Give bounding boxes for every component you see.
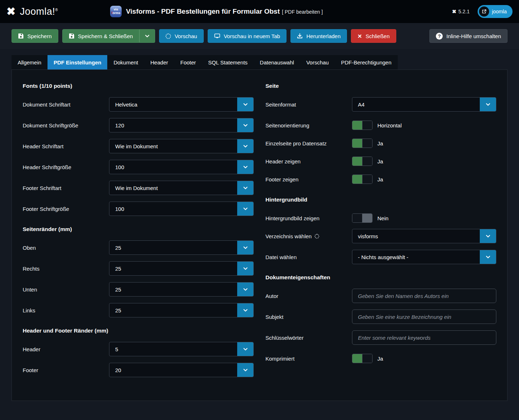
field-seitenorientierung: Seitenorientierung Horizontal	[266, 118, 497, 132]
tab-allgemein[interactable]: Allgemein	[12, 55, 48, 69]
chevron-down-icon	[480, 97, 496, 112]
subjekt-input[interactable]	[352, 310, 497, 324]
tab-dokument[interactable]: Dokument	[107, 55, 144, 69]
schluesselwoerter-input[interactable]	[352, 330, 497, 345]
header-zeigen-toggle[interactable]	[352, 157, 373, 166]
save-options-dropdown-toggle[interactable]	[139, 29, 155, 43]
fonts-heading: Fonts (1/10 points)	[23, 83, 254, 89]
chevron-down-icon	[237, 181, 254, 195]
header-schriftart-select[interactable]: Wie im Dokument	[109, 139, 254, 153]
preview-new-tab-button[interactable]: Vorschau in neuem Tab	[208, 29, 287, 43]
joomla-version: ✖ 5.2.1	[452, 9, 470, 14]
save-close-split-button: Speichern & Schließen	[62, 29, 155, 43]
autor-input[interactable]	[352, 289, 497, 303]
save-close-button[interactable]: Speichern & Schließen	[62, 29, 140, 43]
dokument-schriftart-select[interactable]: Helvetica	[109, 97, 254, 112]
page-title-suffix: [ PDF bearbeiten ]	[282, 9, 323, 15]
field-komprimiert: Komprimiert Ja	[266, 351, 497, 366]
field-links: Links 25	[23, 303, 254, 317]
seitenformat-select[interactable]: A4	[352, 97, 497, 112]
tab-header[interactable]: Header	[144, 55, 174, 69]
toggle-state-label: Ja	[378, 140, 383, 146]
background-heading: Hintergrundbild	[266, 197, 497, 203]
page-title: Visforms - PDF Bestellungen für Formular…	[126, 8, 323, 15]
page-title-group: vis forms Visforms - PDF Bestellungen fü…	[110, 6, 452, 17]
save-icon	[69, 33, 75, 39]
margins-heading: Seitenränder (mm)	[23, 226, 254, 232]
datei-select[interactable]: - Nichts ausgewählt -	[352, 250, 497, 264]
field-oben: Oben 25	[23, 240, 254, 255]
field-header-schriftart: Header Schriftart Wie im Dokument	[23, 139, 254, 153]
field-dokument-schriftgroesse: Dokument Schriftgröße 120	[23, 118, 254, 132]
external-link-icon	[479, 6, 489, 17]
joomla-logo-icon: ✖	[6, 6, 15, 17]
footer-zeigen-toggle[interactable]	[352, 175, 373, 184]
display-icon	[214, 33, 220, 39]
seitenorientierung-toggle[interactable]	[352, 121, 373, 130]
chevron-down-icon	[480, 229, 496, 243]
einzelseite-toggle[interactable]	[352, 139, 373, 148]
inline-help-toggle-button[interactable]: ? Inline-Hilfe umschalten	[429, 29, 507, 43]
header-rand-select[interactable]: 5	[109, 342, 254, 356]
chevron-down-icon	[237, 363, 254, 377]
footer-schriftart-select[interactable]: Wie im Dokument	[109, 181, 254, 195]
tab-footer[interactable]: Footer	[174, 55, 202, 69]
top-bar: ✖ Joomla!® vis forms Visforms - PDF Best…	[0, 0, 519, 23]
close-icon: ✕	[357, 33, 362, 39]
tab-pdf-berechtigungen[interactable]: PDF-Berechtigungen	[335, 55, 397, 69]
chevron-down-icon	[144, 33, 150, 39]
links-select[interactable]: 25	[109, 303, 254, 317]
joomla-account-button[interactable]: joomla	[478, 5, 513, 18]
header-footer-margins-heading: Header und Footer Ränder (mm)	[23, 328, 254, 334]
tab-vorschau[interactable]: Vorschau	[300, 55, 335, 69]
question-icon: ?	[436, 33, 443, 40]
chevron-down-icon	[237, 240, 254, 255]
field-autor: Autor	[266, 289, 497, 303]
chevron-down-icon	[237, 118, 254, 132]
right-column: Seite Seitenformat A4 Seitenorientierung…	[266, 81, 497, 384]
toggle-state-label: Ja	[378, 158, 383, 164]
rechts-select[interactable]: 25	[109, 261, 254, 276]
tab-sql-statements[interactable]: SQL Statements	[202, 55, 254, 69]
tab-datenauswahl[interactable]: Datenauswahl	[254, 55, 300, 69]
komprimiert-toggle[interactable]	[352, 354, 373, 363]
top-meta: ✖ 5.2.1 joomla	[452, 5, 513, 18]
download-button[interactable]: Herunterladen	[290, 29, 347, 43]
chevron-down-icon	[237, 160, 254, 174]
field-verzeichnis-waehlen: Verzeichnis wählen visforms	[266, 229, 497, 243]
toggle-state-label: Ja	[378, 176, 383, 182]
verzeichnis-select[interactable]: visforms	[352, 229, 497, 243]
footer-schriftgroesse-select[interactable]: 100	[109, 202, 254, 216]
dokument-schriftgroesse-select[interactable]: 120	[109, 118, 254, 132]
field-unten: Unten 25	[23, 282, 254, 297]
chevron-down-icon	[237, 97, 254, 112]
page-heading: Seite	[266, 83, 497, 89]
close-button[interactable]: ✕ Schließen	[351, 29, 396, 43]
joomla-version-icon: ✖	[452, 9, 456, 14]
save-icon	[18, 33, 24, 39]
toggle-state-label: Nein	[378, 215, 389, 221]
preview-button[interactable]: Vorschau	[159, 29, 204, 43]
left-column: Fonts (1/10 points) Dokument Schriftart …	[23, 81, 254, 384]
settings-tabs: Allgemein PDF Einstellungen Dokument Hea…	[12, 55, 398, 69]
footer-rand-select[interactable]: 20	[109, 363, 254, 377]
field-header-rand: Header 5	[23, 342, 254, 356]
save-button[interactable]: Speichern	[12, 29, 58, 43]
spinner-icon	[166, 33, 171, 39]
oben-select[interactable]: 25	[109, 240, 254, 255]
download-icon	[297, 33, 303, 39]
chevron-down-icon	[237, 282, 254, 297]
hintergrundbild-zeigen-toggle[interactable]	[352, 213, 373, 223]
header-schriftgroesse-select[interactable]: 100	[109, 160, 254, 174]
field-schluesselwoerter: Schlüsselwörter	[266, 330, 497, 345]
field-footer-rand: Footer 20	[23, 363, 254, 377]
joomla-wordmark: Joomla!®	[20, 6, 58, 17]
unten-select[interactable]: 25	[109, 282, 254, 297]
toggle-state-label: Ja	[378, 356, 383, 362]
visforms-icon: vis forms	[110, 6, 122, 17]
joomla-brand[interactable]: ✖ Joomla!®	[6, 6, 110, 17]
tab-pdf-einstellungen[interactable]: PDF Einstellungen	[48, 55, 108, 69]
chevron-down-icon	[237, 202, 254, 216]
field-datei-waehlen: Datei wählen - Nichts ausgewählt -	[266, 250, 497, 264]
field-footer-schriftart: Footer Schriftart Wie im Dokument	[23, 181, 254, 195]
